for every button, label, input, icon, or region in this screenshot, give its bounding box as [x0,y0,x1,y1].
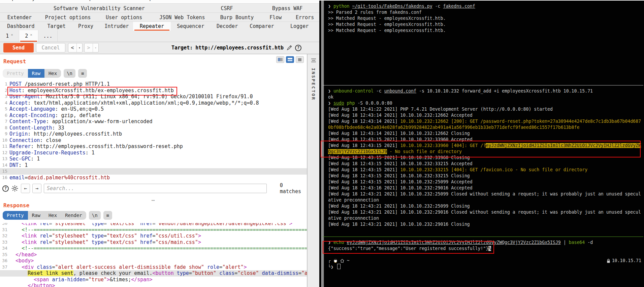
repeater-tab-item[interactable]: ... [38,30,58,42]
search-prev-button[interactable]: ← [21,184,30,193]
editor-menu-icon[interactable]: ≡ [78,69,87,78]
code-text: Origin: http://employees.crossfit.htb [9,131,122,137]
inspector-collapsed-panel[interactable]: INSPECTOR [307,54,319,287]
send-button[interactable]: Send [3,43,34,52]
forward-dropdown-icon[interactable]: ▾ [93,43,98,52]
line-number: 31 [0,227,9,233]
search-next-button[interactable]: → [32,184,41,193]
close-tab-icon[interactable]: × [11,33,13,37]
code-line: Reset link sent, please check your email… [0,270,307,277]
tab-intruder[interactable]: Intruder [100,22,133,31]
search-input[interactable] [44,184,267,193]
back-dropdown-icon[interactable]: ▾ [76,43,82,52]
search-match-count: 0 matches [280,182,307,194]
code-line: 36 <body> [0,258,307,264]
tab-label: 1 [6,33,9,39]
code-text: </button> [9,283,55,287]
request-editor[interactable]: 1POST /password-reset.php HTTP/1.12Host:… [0,81,307,181]
layout-rows-button[interactable] [286,56,294,63]
pane-splitter-handle[interactable]: ⋯ [0,199,307,203]
target-line: Target: http://employees.crossfit.htb ? [171,42,301,54]
tab-sequencer[interactable]: Sequencer [171,22,211,31]
tab-comparer[interactable]: Comparer [244,22,280,31]
search-help-icon[interactable]: ? [2,185,9,192]
menu-item-repeater[interactable]: Repeater [84,0,106,3]
menu-item-help[interactable]: Help [141,0,152,3]
tab-project-options[interactable]: Project options [39,13,97,22]
newline-toggle-button[interactable]: \n [89,211,101,220]
tab-user-options[interactable]: User options [97,13,151,22]
code-text: <link rel="stylesheet" type="text/css" h… [9,233,201,239]
line-number: 1 [0,81,9,87]
code-line: 13Sec-GPC: 1 [0,156,307,162]
close-tab-icon[interactable]: × [30,33,32,37]
tab-label: Errors [296,14,314,21]
pencil-icon[interactable] [286,45,292,51]
terminal-line: [Wed Aug 18 12:43:14 2021] 10.10.10.232:… [328,112,643,118]
terminal-prompt-top: ┌ ~10.10.15.71 [328,258,643,264]
menu-item-backslash-powered-scanner[interactable]: Backslash Powered Scanner [201,0,272,3]
line-number: 6 [0,112,9,119]
layout-columns-button[interactable] [276,56,284,63]
line-number: 7 [0,118,9,125]
newline-toggle-button[interactable]: \n [64,69,75,78]
history-forward-button[interactable]: > ▾ [84,43,99,52]
terminal-line: [Wed Aug 18 12:43:15 2021] 10.10.10.232:… [328,143,643,149]
repeater-tab-2[interactable]: 2× [19,30,38,42]
tab-label: Extender [7,14,32,21]
terminal-cursor[interactable] [337,264,341,269]
view-tab-pretty[interactable]: Pretty [3,211,28,220]
view-tab-render[interactable]: Render [61,211,86,220]
code-line: <span aria-hidden="true">&times;</span> [0,277,307,283]
terminal-scrollbar[interactable] [321,1,324,287]
layout-single-button[interactable] [296,56,304,63]
tab-json-web-tokens[interactable]: JSON Web Tokens [151,13,213,22]
inspector-collapse-icon[interactable] [311,58,316,63]
tab-proxy[interactable]: Proxy [71,22,100,31]
tab-label: Proxy [78,23,93,29]
tab-csrf[interactable]: CSRF [198,4,256,13]
menu-item-param-miner[interactable]: Param Miner [161,0,192,3]
terminal-blank-line [328,40,643,46]
tab-label: JSON Web Tokens [159,14,205,21]
terminal-line: [Wed Aug 18 12:43:21 2021] 10.10.10.232:… [328,203,643,209]
tab-decoder[interactable]: Decoder [211,22,244,31]
tab-burp-bounty[interactable]: Burp Bounty [213,13,261,22]
help-icon[interactable]: ? [295,45,301,51]
view-tab-raw[interactable]: Raw [28,69,44,78]
separator-line [323,85,643,85]
tab-flow[interactable]: Flow [261,13,290,22]
editor-menu-icon[interactable]: ≡ [103,211,112,220]
tab-extender[interactable]: Extender [0,13,39,22]
code-text: Sec-GPC: 1 [9,156,40,162]
line-number: 16 [0,175,9,181]
tab-dashboard[interactable]: Dashboard [0,22,42,31]
tab-repeater[interactable]: Repeater [133,22,171,31]
repeater-editor-panel: Request PrettyRawHex\n≡ 1POST /password-… [0,54,307,287]
code-text: Accept-Encoding: gzip, deflate [9,112,101,119]
tab-software-vulnerability-scanner[interactable]: Software Vulnerability Scanner [0,4,198,13]
view-tab-hex[interactable]: Hex [44,69,61,78]
repeater-tab-1[interactable]: 1× [0,30,19,42]
tab-target[interactable]: Target [42,22,71,31]
tab-logger[interactable]: Logger [280,22,319,31]
view-tab-hex[interactable]: Hex [44,211,61,220]
gear-icon[interactable] [11,185,19,192]
menu-item-project[interactable]: Project [24,0,43,3]
line-number: 32 [0,233,9,239]
tab-bypass-waf[interactable]: Bypass WAF [255,4,319,13]
code-text: </head> [9,252,37,258]
tab-errors[interactable]: Errors [290,13,319,22]
menu-item-intruder[interactable]: Intruder [52,0,75,3]
history-back-button[interactable]: < ▾ [68,43,83,52]
terminal-blank-line [328,34,643,40]
response-editor[interactable]: 30 <link rel="stylesheet" type="text/css… [0,223,307,287]
menu-item-window[interactable]: Window [115,0,132,3]
cancel-button[interactable]: Cancel [36,43,65,52]
terminal-line: [Wed Aug 18 12:43:21 2021] 10.10.10.232:… [328,221,643,227]
view-tab-raw[interactable]: Raw [28,211,44,220]
burp-menubar: BurpProjectIntruderRepeaterWindowHelpPar… [0,0,319,3]
home-icon [340,259,344,263]
view-tab-pretty[interactable]: Pretty [3,69,28,78]
menu-item-burp[interactable]: Burp [3,0,15,3]
